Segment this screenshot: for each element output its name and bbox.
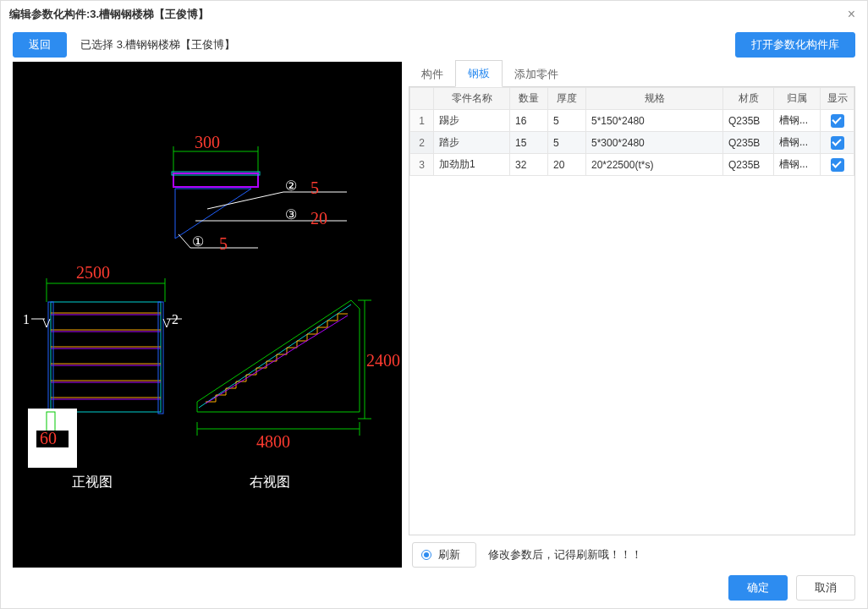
refresh-label: 刷新 xyxy=(438,547,460,562)
dim-4800: 4800 xyxy=(256,432,290,451)
cell-thk[interactable]: 5 xyxy=(548,132,586,154)
back-button[interactable]: 返回 xyxy=(13,32,67,58)
cell-spec[interactable]: 20*22500(t*s) xyxy=(586,154,723,176)
content: 300 ② 5 ③ 20 ① 5 xyxy=(13,62,855,568)
cell-mat[interactable]: Q235B xyxy=(723,132,774,154)
window-title: 编辑参数化构件:3.槽钢钢楼梯【王俊博】 xyxy=(9,7,209,22)
cell-name[interactable]: 踏步 xyxy=(434,132,510,154)
dim-300: 300 xyxy=(195,133,220,151)
radio-icon xyxy=(421,550,431,560)
tabs: 构件 钢板 添加零件 xyxy=(409,62,855,87)
window: 编辑参数化构件:3.槽钢钢楼梯【王俊博】 × 返回 已选择 3.槽钢钢楼梯【王俊… xyxy=(0,0,868,609)
cell-thk[interactable]: 5 xyxy=(548,110,586,132)
ok-button[interactable]: 确定 xyxy=(728,575,788,601)
cell-qty[interactable]: 15 xyxy=(510,132,548,154)
checkbox-icon[interactable] xyxy=(831,158,844,172)
selected-prefix: 已选择 xyxy=(80,38,117,51)
tab-steel-plate[interactable]: 钢板 xyxy=(455,60,503,87)
col-idx[interactable] xyxy=(410,88,434,110)
val-60: 60 xyxy=(40,429,57,447)
titlebar: 编辑参数化构件:3.槽钢钢楼梯【王俊博】 × xyxy=(1,1,867,28)
table-wrap[interactable]: 零件名称 数量 厚度 规格 材质 归属 显示 1踢步1655*150*2480Q… xyxy=(409,87,855,535)
footer: 确定 取消 xyxy=(1,568,867,608)
cell-owner[interactable]: 槽钢... xyxy=(774,132,821,154)
col-thk[interactable]: 厚度 xyxy=(548,88,586,110)
tab-component[interactable]: 构件 xyxy=(409,61,456,87)
table-row[interactable]: 2踏步1555*300*2480Q235B槽钢... xyxy=(410,132,854,154)
dim-2500: 2500 xyxy=(76,263,110,282)
cell-owner[interactable]: 槽钢... xyxy=(774,110,821,132)
close-icon[interactable]: × xyxy=(844,7,859,22)
cell-idx: 3 xyxy=(410,154,434,176)
table-row[interactable]: 1踢步1655*150*2480Q235B槽钢... xyxy=(410,110,854,132)
cell-show[interactable] xyxy=(821,154,854,176)
selected-label: 已选择 3.槽钢钢楼梯【王俊博】 xyxy=(80,37,235,52)
label-front: 正视图 xyxy=(72,475,113,489)
col-name[interactable]: 零件名称 xyxy=(434,88,510,110)
cell-owner[interactable]: 槽钢... xyxy=(774,154,821,176)
refresh-row: 刷新 修改参数后，记得刷新哦！！！ xyxy=(409,535,855,568)
drawing-svg: 300 ② 5 ③ 20 ① 5 xyxy=(13,62,402,568)
col-mat[interactable]: 材质 xyxy=(723,88,774,110)
dim-2400: 2400 xyxy=(366,351,400,370)
cell-mat[interactable]: Q235B xyxy=(723,110,774,132)
col-show[interactable]: 显示 xyxy=(821,88,854,110)
tab-add-part[interactable]: 添加零件 xyxy=(502,61,571,87)
cancel-button[interactable]: 取消 xyxy=(796,575,855,601)
cell-mat[interactable]: Q235B xyxy=(723,154,774,176)
cell-name[interactable]: 加劲肋1 xyxy=(434,154,510,176)
label-right: 右视图 xyxy=(250,475,290,489)
drawing-pane[interactable]: 300 ② 5 ③ 20 ① 5 xyxy=(13,62,402,568)
right-pane: 构件 钢板 添加零件 零件名称 数量 厚度 规格 材质 归属 xyxy=(409,62,855,568)
cell-show[interactable] xyxy=(821,132,854,154)
cell-spec[interactable]: 5*300*2480 xyxy=(586,132,723,154)
table-body: 1踢步1655*150*2480Q235B槽钢...2踏步1555*300*24… xyxy=(410,110,854,176)
svg-line-9 xyxy=(179,234,190,248)
toolbar: 返回 已选择 3.槽钢钢楼梯【王俊博】 打开参数化构件库 xyxy=(1,28,867,62)
refresh-hint: 修改参数后，记得刷新哦！！！ xyxy=(488,547,642,562)
checkbox-icon[interactable] xyxy=(831,136,844,150)
val-20: 20 xyxy=(310,209,327,228)
val-5a: 5 xyxy=(310,178,319,197)
callout-2: ② xyxy=(285,178,297,193)
mark-1: 1 xyxy=(23,312,30,326)
cell-idx: 2 xyxy=(410,132,434,154)
svg-rect-14 xyxy=(51,302,161,412)
svg-line-5 xyxy=(207,192,283,209)
cell-qty[interactable]: 32 xyxy=(510,154,548,176)
val-5b: 5 xyxy=(219,234,228,253)
checkbox-icon[interactable] xyxy=(831,114,844,128)
col-qty[interactable]: 数量 xyxy=(510,88,548,110)
cell-qty[interactable]: 16 xyxy=(510,110,548,132)
col-spec[interactable]: 规格 xyxy=(586,88,723,110)
cell-thk[interactable]: 20 xyxy=(548,154,586,176)
refresh-button[interactable]: 刷新 xyxy=(412,542,476,568)
cell-name[interactable]: 踢步 xyxy=(434,110,510,132)
table-header-row: 零件名称 数量 厚度 规格 材质 归属 显示 xyxy=(410,88,854,110)
cell-show[interactable] xyxy=(821,110,854,132)
table-row[interactable]: 3加劲肋1322020*22500(t*s)Q235B槽钢... xyxy=(410,154,854,176)
cell-idx: 1 xyxy=(410,110,434,132)
selected-name: 3.槽钢钢楼梯【王俊博】 xyxy=(117,38,236,51)
parts-table: 零件名称 数量 厚度 规格 材质 归属 显示 1踢步1655*150*2480Q… xyxy=(409,87,854,176)
col-owner[interactable]: 归属 xyxy=(774,88,821,110)
cell-spec[interactable]: 5*150*2480 xyxy=(586,110,723,132)
callout-1: ① xyxy=(192,234,204,249)
open-library-button[interactable]: 打开参数化构件库 xyxy=(735,32,855,58)
callout-3: ③ xyxy=(285,207,297,222)
